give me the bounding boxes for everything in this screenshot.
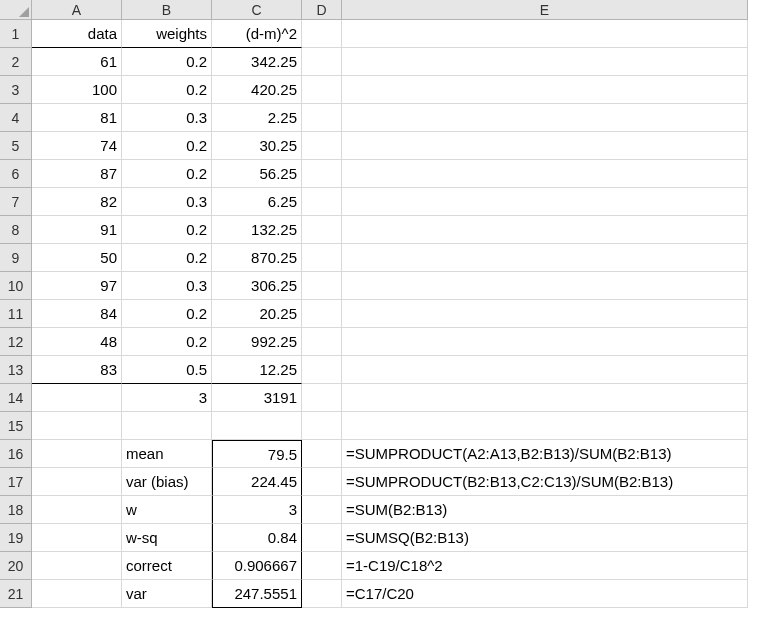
cell-D7[interactable] [302,188,342,216]
cell-E3[interactable] [342,76,748,104]
cell-A17[interactable] [32,468,122,496]
cell-D20[interactable] [302,552,342,580]
cell-E19[interactable]: =SUMSQ(B2:B13) [342,524,748,552]
cell-A3[interactable]: 100 [32,76,122,104]
cell-D17[interactable] [302,468,342,496]
cell-A2[interactable]: 61 [32,48,122,76]
cell-D4[interactable] [302,104,342,132]
cell-C16[interactable]: 79.5 [212,440,302,468]
cell-B5[interactable]: 0.2 [122,132,212,160]
cell-C8[interactable]: 132.25 [212,216,302,244]
cell-D11[interactable] [302,300,342,328]
cell-B15[interactable] [122,412,212,440]
cell-E10[interactable] [342,272,748,300]
cell-B19[interactable]: w-sq [122,524,212,552]
cell-E13[interactable] [342,356,748,384]
cell-E6[interactable] [342,160,748,188]
row-header-20[interactable]: 20 [0,552,32,580]
cell-D19[interactable] [302,524,342,552]
cell-C21[interactable]: 247.5551 [212,580,302,608]
cell-C5[interactable]: 30.25 [212,132,302,160]
cell-C4[interactable]: 2.25 [212,104,302,132]
cell-B17[interactable]: var (bias) [122,468,212,496]
cell-D14[interactable] [302,384,342,412]
cell-A11[interactable]: 84 [32,300,122,328]
cell-C7[interactable]: 6.25 [212,188,302,216]
cell-C15[interactable] [212,412,302,440]
row-header-1[interactable]: 1 [0,20,32,48]
cell-D9[interactable] [302,244,342,272]
cell-A4[interactable]: 81 [32,104,122,132]
row-header-7[interactable]: 7 [0,188,32,216]
col-header-C[interactable]: C [212,0,302,20]
col-header-D[interactable]: D [302,0,342,20]
row-header-9[interactable]: 9 [0,244,32,272]
row-header-15[interactable]: 15 [0,412,32,440]
cell-E1[interactable] [342,20,748,48]
row-header-4[interactable]: 4 [0,104,32,132]
cell-B7[interactable]: 0.3 [122,188,212,216]
cell-D5[interactable] [302,132,342,160]
row-header-13[interactable]: 13 [0,356,32,384]
cell-A13[interactable]: 83 [32,356,122,384]
cell-A14[interactable] [32,384,122,412]
cell-E11[interactable] [342,300,748,328]
cell-C17[interactable]: 224.45 [212,468,302,496]
row-header-10[interactable]: 10 [0,272,32,300]
cell-E7[interactable] [342,188,748,216]
cell-E5[interactable] [342,132,748,160]
cell-D13[interactable] [302,356,342,384]
spreadsheet-grid[interactable]: A B C D E 1 data weights (d-m)^2 2 61 0.… [0,0,768,608]
cell-C20[interactable]: 0.906667 [212,552,302,580]
cell-D8[interactable] [302,216,342,244]
cell-E8[interactable] [342,216,748,244]
cell-D2[interactable] [302,48,342,76]
cell-D16[interactable] [302,440,342,468]
row-header-14[interactable]: 14 [0,384,32,412]
row-header-16[interactable]: 16 [0,440,32,468]
cell-A10[interactable]: 97 [32,272,122,300]
cell-C2[interactable]: 342.25 [212,48,302,76]
cell-E4[interactable] [342,104,748,132]
cell-D3[interactable] [302,76,342,104]
cell-C13[interactable]: 12.25 [212,356,302,384]
cell-C3[interactable]: 420.25 [212,76,302,104]
cell-E16[interactable]: =SUMPRODUCT(A2:A13,B2:B13)/SUM(B2:B13) [342,440,748,468]
cell-A1[interactable]: data [32,20,122,48]
cell-E12[interactable] [342,328,748,356]
cell-E15[interactable] [342,412,748,440]
cell-D18[interactable] [302,496,342,524]
cell-A5[interactable]: 74 [32,132,122,160]
row-header-6[interactable]: 6 [0,160,32,188]
cell-A21[interactable] [32,580,122,608]
row-header-19[interactable]: 19 [0,524,32,552]
cell-B13[interactable]: 0.5 [122,356,212,384]
cell-E20[interactable]: =1-C19/C18^2 [342,552,748,580]
cell-A7[interactable]: 82 [32,188,122,216]
cell-C11[interactable]: 20.25 [212,300,302,328]
col-header-E[interactable]: E [342,0,748,20]
cell-D1[interactable] [302,20,342,48]
cell-B21[interactable]: var [122,580,212,608]
cell-A19[interactable] [32,524,122,552]
cell-A20[interactable] [32,552,122,580]
cell-B16[interactable]: mean [122,440,212,468]
cell-D6[interactable] [302,160,342,188]
cell-B11[interactable]: 0.2 [122,300,212,328]
cell-C9[interactable]: 870.25 [212,244,302,272]
cell-B8[interactable]: 0.2 [122,216,212,244]
cell-B18[interactable]: w [122,496,212,524]
cell-E2[interactable] [342,48,748,76]
cell-B12[interactable]: 0.2 [122,328,212,356]
row-header-3[interactable]: 3 [0,76,32,104]
cell-E18[interactable]: =SUM(B2:B13) [342,496,748,524]
select-all-corner[interactable] [0,0,32,20]
cell-A15[interactable] [32,412,122,440]
cell-E14[interactable] [342,384,748,412]
row-header-18[interactable]: 18 [0,496,32,524]
cell-A12[interactable]: 48 [32,328,122,356]
row-header-8[interactable]: 8 [0,216,32,244]
col-header-B[interactable]: B [122,0,212,20]
cell-C6[interactable]: 56.25 [212,160,302,188]
cell-D12[interactable] [302,328,342,356]
